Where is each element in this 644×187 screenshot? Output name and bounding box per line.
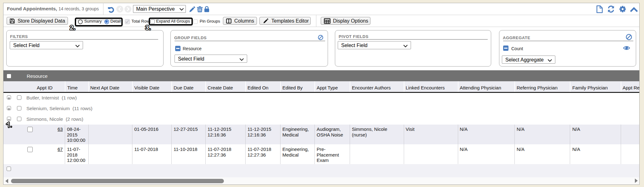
svg-text:3.: 3. [145,24,151,31]
svg-text:2.: 2. [70,24,75,31]
